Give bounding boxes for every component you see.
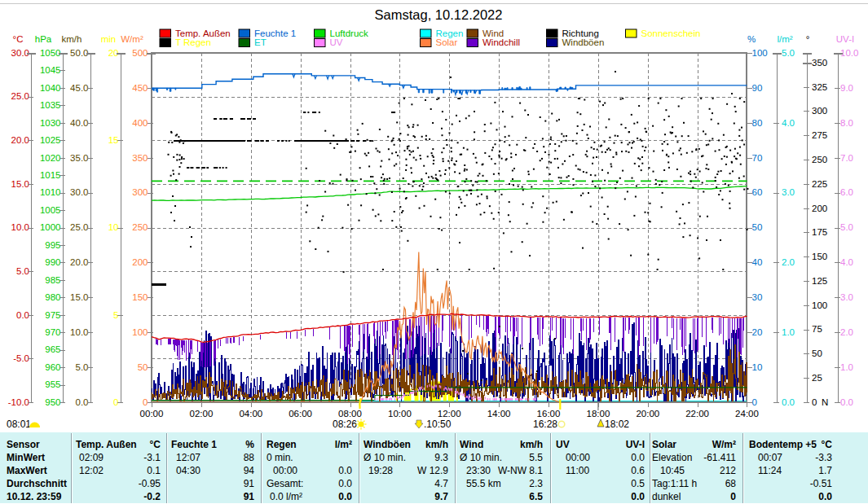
svg-text:-10.0: -10.0: [8, 397, 29, 407]
svg-text:80: 80: [752, 118, 763, 128]
svg-text:22:00: 22:00: [685, 409, 709, 419]
svg-text:30.0: 30.0: [11, 48, 29, 58]
svg-text:°C: °C: [13, 34, 24, 44]
svg-text:3.0: 3.0: [840, 292, 853, 302]
svg-text:1000: 1000: [40, 222, 61, 232]
svg-text:25.0: 25.0: [70, 222, 88, 232]
svg-text:400: 400: [132, 118, 148, 128]
svg-text:5.0: 5.0: [840, 222, 853, 232]
svg-text:00:00: 00:00: [140, 409, 164, 419]
svg-text:975: 975: [45, 310, 60, 320]
svg-text:N: N: [822, 397, 828, 407]
svg-text:275: 275: [812, 130, 827, 140]
svg-text:955: 955: [45, 379, 60, 389]
svg-text:980: 980: [45, 292, 60, 302]
svg-text:W/m²: W/m²: [121, 34, 143, 44]
svg-text:10:00: 10:00: [388, 409, 412, 419]
svg-text:1040: 1040: [40, 83, 61, 93]
svg-text:Wind: Wind: [482, 28, 504, 38]
svg-text:16:28: 16:28: [533, 419, 557, 430]
svg-text:350: 350: [132, 153, 148, 163]
svg-text:50: 50: [812, 348, 822, 358]
svg-text:225: 225: [812, 179, 827, 189]
svg-text:985: 985: [45, 275, 60, 285]
svg-text:2.0: 2.0: [782, 257, 795, 267]
svg-text:06:00: 06:00: [289, 409, 312, 419]
svg-text:Samstag, 10.12.2022: Samstag, 10.12.2022: [375, 7, 503, 22]
svg-text:5.0: 5.0: [76, 362, 89, 372]
svg-text:0: 0: [143, 397, 148, 407]
svg-text:1025: 1025: [40, 135, 61, 145]
svg-text:100: 100: [132, 327, 148, 337]
svg-text:0.0: 0.0: [76, 397, 89, 407]
svg-text:0: 0: [812, 397, 817, 407]
svg-text:0.0: 0.0: [16, 310, 29, 320]
svg-text:10.0: 10.0: [840, 48, 858, 58]
svg-text:9.0: 9.0: [840, 83, 853, 93]
svg-text:200: 200: [132, 257, 148, 267]
svg-text:°: °: [806, 34, 810, 44]
svg-text:1015: 1015: [40, 170, 61, 180]
svg-text:04:00: 04:00: [239, 409, 262, 419]
svg-text:Regen: Regen: [436, 28, 464, 38]
svg-text:325: 325: [812, 82, 827, 92]
svg-text:1050: 1050: [40, 48, 61, 58]
svg-text:10: 10: [752, 362, 763, 372]
svg-text:500: 500: [132, 48, 148, 58]
svg-text:990: 990: [45, 257, 60, 267]
svg-text:1005: 1005: [40, 205, 61, 215]
svg-text:25: 25: [812, 373, 822, 383]
svg-text:24:00: 24:00: [735, 409, 759, 419]
svg-text:18:02: 18:02: [605, 419, 629, 430]
svg-text:UV-I: UV-I: [836, 34, 854, 44]
svg-text:100: 100: [812, 300, 827, 310]
svg-text:3.0: 3.0: [782, 187, 795, 197]
svg-text:0.0: 0.0: [782, 397, 795, 407]
svg-text:20.0: 20.0: [70, 257, 88, 267]
svg-text:250: 250: [812, 155, 827, 164]
svg-text:Windböen: Windböen: [562, 37, 605, 47]
svg-text:-5.0: -5.0: [13, 353, 29, 363]
svg-text:50.0: 50.0: [70, 48, 88, 58]
svg-text:1035: 1035: [40, 100, 61, 110]
svg-text:08:01: 08:01: [7, 419, 31, 430]
svg-text:.10:50: .10:50: [424, 419, 452, 430]
svg-text:08:26: 08:26: [333, 419, 357, 430]
svg-text:0: 0: [113, 397, 118, 407]
svg-text:02:00: 02:00: [190, 409, 214, 419]
svg-text:10.0: 10.0: [70, 327, 88, 337]
svg-text:950: 950: [45, 397, 60, 407]
svg-text:970: 970: [45, 327, 60, 337]
svg-text:960: 960: [45, 362, 60, 372]
svg-text:Solar: Solar: [436, 37, 458, 47]
svg-text:15.0: 15.0: [11, 179, 29, 189]
svg-text:12:00: 12:00: [438, 409, 461, 419]
svg-text:1.0: 1.0: [840, 362, 853, 372]
svg-text:20:00: 20:00: [636, 409, 659, 419]
svg-text:995: 995: [45, 240, 60, 250]
svg-text:30.0: 30.0: [70, 187, 88, 197]
svg-text:90: 90: [752, 83, 763, 93]
svg-text:Sonnenschein: Sonnenschein: [641, 28, 701, 38]
svg-text:10.0: 10.0: [11, 222, 29, 232]
svg-text:20: 20: [752, 327, 763, 337]
svg-text:16:00: 16:00: [537, 409, 561, 419]
svg-text:50: 50: [752, 222, 763, 232]
svg-text:450: 450: [132, 83, 148, 93]
svg-text:5.0: 5.0: [16, 266, 29, 276]
svg-text:2.0: 2.0: [840, 327, 853, 337]
svg-text:1045: 1045: [40, 65, 61, 75]
svg-text:4.0: 4.0: [782, 118, 795, 128]
svg-text:200: 200: [812, 204, 827, 213]
svg-text:30: 30: [752, 292, 763, 302]
svg-text:ET: ET: [254, 37, 267, 47]
svg-text:150: 150: [812, 252, 827, 261]
svg-text:20: 20: [108, 48, 119, 58]
svg-text:10: 10: [108, 222, 119, 232]
svg-text:hPa: hPa: [35, 34, 52, 44]
svg-text:75: 75: [812, 324, 822, 334]
svg-text:1010: 1010: [40, 187, 61, 197]
svg-text:Feuchte 1: Feuchte 1: [254, 28, 296, 38]
svg-text:40.0: 40.0: [70, 118, 88, 128]
svg-text:300: 300: [812, 106, 827, 116]
